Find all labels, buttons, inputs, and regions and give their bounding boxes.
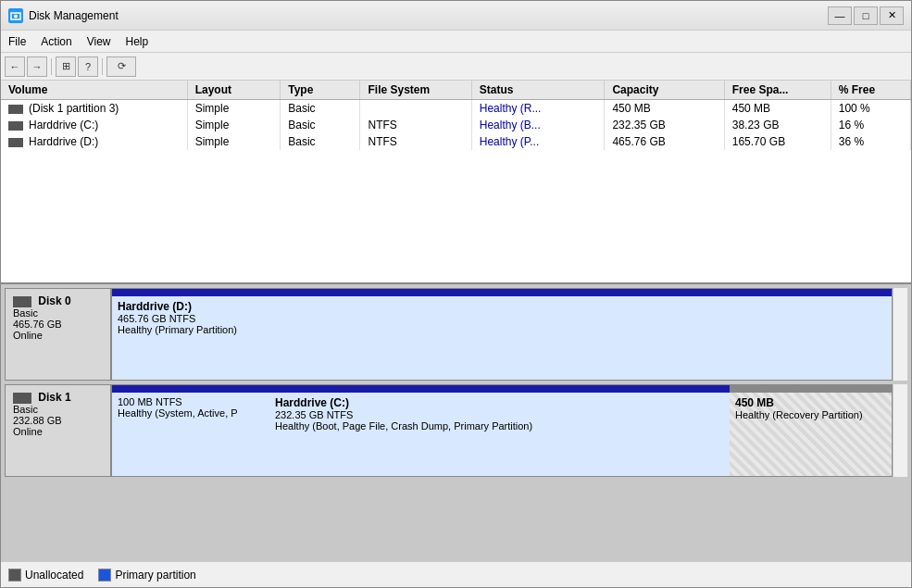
- disk-0-p1-status: Healthy (Primary Partition): [118, 324, 886, 335]
- disk-1-p3-header: [730, 385, 892, 393]
- table-cell: 38.23 GB: [724, 117, 831, 133]
- disk-1-p3-name: 450 MB: [735, 396, 886, 409]
- window-icon: [8, 8, 23, 23]
- disk-1-p1-header: [112, 385, 269, 393]
- table-cell: Harddrive (D:): [1, 133, 187, 150]
- disk-0-type: Basic: [13, 307, 103, 319]
- col-filesystem[interactable]: File System: [360, 81, 471, 100]
- disk-1-partition-1-wrapper: 100 MB NTFS Healthy (System, Active, P: [112, 385, 269, 476]
- legend-unallocated-label: Unallocated: [25, 569, 83, 582]
- disk-1-p2-status: Healthy (Boot, Page File, Crash Dump, Pr…: [275, 420, 724, 432]
- table-cell: 36 %: [831, 133, 910, 150]
- disk-1-p2-header: [269, 385, 730, 393]
- table-cell: NTFS: [360, 133, 471, 150]
- legend-primary-box: [98, 569, 111, 582]
- table-cell: Basic: [281, 117, 360, 133]
- content-area: Volume Layout Type File System Status Ca…: [1, 81, 911, 561]
- table-cell: Basic: [281, 100, 360, 118]
- menu-action[interactable]: Action: [33, 31, 79, 52]
- maximize-button[interactable]: □: [854, 6, 878, 25]
- disk-1-partitions: 100 MB NTFS Healthy (System, Active, P H…: [111, 384, 893, 477]
- disk-0-status: Online: [13, 330, 103, 341]
- disk-1-partition-3-wrapper: 450 MB Healthy (Recovery Partition): [730, 385, 892, 476]
- volume-table-pane: Volume Layout Type File System Status Ca…: [1, 81, 911, 284]
- table-cell: Simple: [187, 117, 281, 133]
- legend-primary-label: Primary partition: [115, 569, 195, 582]
- table-cell: Simple: [187, 100, 281, 118]
- table-cell: Harddrive (C:): [1, 117, 187, 133]
- col-freespace[interactable]: Free Spa...: [724, 81, 831, 100]
- disk-1-p1-details: 100 MB NTFS: [118, 396, 264, 407]
- disk-1-p1-status: Healthy (System, Active, P: [118, 407, 264, 419]
- volume-table: Volume Layout Type File System Status Ca…: [1, 81, 911, 150]
- legend-primary: Primary partition: [98, 569, 195, 582]
- disk-1-p3-status: Healthy (Recovery Partition): [735, 409, 886, 420]
- table-cell: 100 %: [831, 100, 910, 118]
- disk-0-partition-1-wrapper: Harddrive (D:) 465.76 GB NTFS Healthy (P…: [112, 289, 892, 380]
- menu-view[interactable]: View: [80, 31, 119, 52]
- disk-0-partition-1-body[interactable]: Harddrive (D:) 465.76 GB NTFS Healthy (P…: [112, 296, 892, 380]
- table-cell: Healthy (P...: [471, 133, 605, 150]
- table-cell: 450 MB: [724, 100, 831, 118]
- disk-0-p1-name: Harddrive (D:): [118, 300, 886, 313]
- disk-1-p2-details: 232.35 GB NTFS: [275, 409, 724, 420]
- disk-1-partition-2-wrapper: Harddrive (C:) 232.35 GB NTFS Healthy (B…: [269, 385, 730, 476]
- toolbar-separator-2: [102, 58, 103, 75]
- disk-0-label: Disk 0 Basic 465.76 GB Online: [5, 288, 111, 381]
- disk-0-name: Disk 0: [13, 294, 103, 307]
- disk-1-label: Disk 1 Basic 232.88 GB Online: [5, 384, 111, 477]
- disk-row-0: Disk 0 Basic 465.76 GB Online Harddrive …: [5, 288, 907, 381]
- title-buttons: — □ ✕: [828, 6, 904, 25]
- col-layout[interactable]: Layout: [187, 81, 281, 100]
- menu-help[interactable]: Help: [119, 31, 156, 52]
- disk-0-partition-1-header: [112, 289, 892, 296]
- disk-view-pane: Disk 0 Basic 465.76 GB Online Harddrive …: [1, 284, 911, 561]
- close-button[interactable]: ✕: [880, 6, 904, 25]
- table-cell: (Disk 1 partition 3): [1, 100, 187, 118]
- forward-button[interactable]: →: [27, 56, 47, 77]
- svg-point-1: [14, 14, 18, 18]
- back-button[interactable]: ←: [5, 56, 25, 77]
- table-cell: 232.35 GB: [605, 117, 724, 133]
- properties-button[interactable]: ⊞: [56, 56, 76, 77]
- disk-1-type: Basic: [13, 404, 103, 415]
- disk-1-status: Online: [13, 426, 103, 437]
- table-cell: 450 MB: [605, 100, 724, 118]
- disk-0-size: 465.76 GB: [13, 319, 103, 330]
- disk-1-p2-body[interactable]: Harddrive (C:) 232.35 GB NTFS Healthy (B…: [269, 393, 730, 476]
- menu-file[interactable]: File: [1, 31, 33, 52]
- disk-0-scrollbar: [893, 288, 907, 381]
- col-capacity[interactable]: Capacity: [605, 81, 724, 100]
- col-pctfree[interactable]: % Free: [831, 81, 910, 100]
- minimize-button[interactable]: —: [828, 6, 852, 25]
- status-bar: Unallocated Primary partition: [1, 561, 911, 587]
- legend-unallocated-box: [8, 569, 21, 582]
- table-row[interactable]: Harddrive (C:)SimpleBasicNTFSHealthy (B.…: [1, 117, 911, 133]
- disk-0-p1-details: 465.76 GB NTFS: [118, 313, 886, 324]
- table-row[interactable]: (Disk 1 partition 3)SimpleBasicHealthy (…: [1, 100, 911, 118]
- disk-1-p1-body[interactable]: 100 MB NTFS Healthy (System, Active, P: [112, 393, 269, 476]
- menu-bar: File Action View Help: [1, 31, 911, 53]
- table-row[interactable]: Harddrive (D:)SimpleBasicNTFSHealthy (P.…: [1, 133, 911, 150]
- disk-1-size: 232.88 GB: [13, 415, 103, 426]
- disk-list: Disk 0 Basic 465.76 GB Online Harddrive …: [1, 284, 911, 484]
- title-bar: Disk Management — □ ✕: [1, 1, 911, 31]
- table-cell: Simple: [187, 133, 281, 150]
- col-type[interactable]: Type: [281, 81, 360, 100]
- table-cell: [360, 100, 471, 118]
- table-cell: Healthy (R...: [471, 100, 605, 118]
- disk-1-p3-body[interactable]: 450 MB Healthy (Recovery Partition): [730, 393, 892, 476]
- window-title: Disk Management: [29, 9, 828, 22]
- table-cell: 165.70 GB: [724, 133, 831, 150]
- disk-1-p2-name: Harddrive (C:): [275, 396, 724, 409]
- disk-1-name: Disk 1: [13, 391, 103, 404]
- toolbar-separator-1: [51, 58, 52, 75]
- toolbar: ← → ⊞ ? ⟳: [1, 53, 911, 81]
- table-cell: 465.76 GB: [605, 133, 724, 150]
- col-status[interactable]: Status: [471, 81, 605, 100]
- col-volume[interactable]: Volume: [1, 81, 187, 100]
- refresh-button[interactable]: ⟳: [106, 56, 136, 77]
- disk-row-1: Disk 1 Basic 232.88 GB Online 100 MB NTF: [5, 384, 907, 477]
- table-cell: Basic: [281, 133, 360, 150]
- help-button[interactable]: ?: [78, 56, 98, 77]
